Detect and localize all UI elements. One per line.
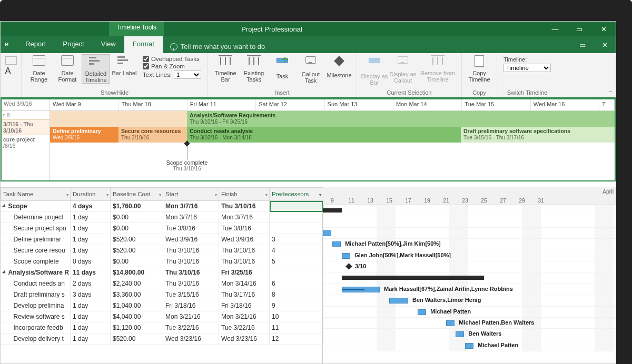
window-minimize-button[interactable]: — [543,22,567,36]
task-bar[interactable] [342,287,380,292]
gantt-row[interactable]: Ben Walters,Limor Henig [323,295,616,306]
task-button[interactable]: Task [268,54,297,79]
table-row[interactable]: Develop delivery t1 day$520.00Wed 3/23/1… [1,333,323,345]
detailed-timeline-button[interactable]: Detailed Timeline [82,54,110,84]
display-as-callout-button: Display as Callout [389,54,417,84]
group-label-copy: Copy [465,89,493,97]
gantt-chart[interactable]: April 91113151719212325272931 Michael Pa… [323,187,616,364]
table-row[interactable]: Analysis/Software R11 days$14,800.00Thu … [1,267,323,278]
table-row[interactable]: Scope4 days$1,760.00Mon 3/7/16Thu 3/10/1… [1,201,323,212]
tab-project[interactable]: Project [54,36,92,53]
table-row[interactable]: Review software s1 day$4,040.00Mon 3/21/… [1,311,323,322]
doc-restore-button[interactable]: ▭ [571,36,594,53]
gantt-bar-label: Michael Patten [478,342,518,348]
milestone-marker-icon[interactable] [345,263,352,270]
overlapped-tasks-checkbox[interactable]: Overlapped Tasks [143,55,201,63]
group-label-switch: Switch Timeline [500,89,554,97]
tell-me-search[interactable]: Tell me what you want to do [163,36,272,53]
summary-bar[interactable] [342,276,484,280]
gantt-row[interactable]: Michael Patten,Ben Walters [323,318,616,329]
font-size-button[interactable]: A [2,66,20,77]
task-bar[interactable] [323,230,331,236]
task-bar[interactable] [456,331,464,337]
timeline-selector[interactable]: Timeline [503,64,551,72]
gantt-row[interactable]: Mark Hassall[67%],Zainal Arifin,Lynne Ro… [323,284,616,295]
table-row[interactable]: Determine project1 day$0.00Mon 3/7/16Mon… [1,212,323,223]
gantt-row[interactable]: Ben Walters [323,329,616,340]
group-label-insert: Insert [211,89,353,97]
gantt-bar-label: Michael Patten,Ben Walters [459,319,534,326]
col-predecessors[interactable]: Predecessors▾ [270,188,323,201]
timeline-left-partial1: r 8 [2,111,50,119]
tab-view[interactable]: View [93,36,124,53]
timeline-block-draft[interactable]: Draft preliminary software specification… [461,127,615,143]
task-grid[interactable]: Task Name▾ Duration▾ Baseline Cost▾ Star… [1,187,323,364]
title-bar: Timeline Tools Project Professional — ▭ … [1,22,616,36]
gantt-row[interactable] [323,272,616,284]
ribbon: A Date Range Date Format Detailed Timeli… [1,53,616,97]
table-row[interactable]: Secure project spo1 day$0.00Tue 3/8/16Tu… [1,223,323,234]
task-bar[interactable] [418,309,426,315]
milestone-button[interactable]: Milestone [325,54,353,78]
gantt-row[interactable]: Michael Patten [323,340,616,351]
timeline-bar-button[interactable]: Timeline Bar [211,54,240,83]
table-row[interactable]: Draft preliminary s3 days$3,360.00Tue 3/… [1,289,323,300]
ribbon-group-insert: Timeline Bar Existing Tasks Task Callout… [208,53,357,97]
doc-close-button[interactable]: ✕ [594,36,616,53]
font-swatch-icon[interactable] [5,56,17,65]
copy-timeline-button[interactable]: Copy Timeline [465,54,493,83]
date-format-button[interactable]: Date Format [53,54,82,83]
lightbulb-icon [170,43,177,50]
task-bar[interactable] [332,241,341,247]
table-row[interactable]: Develop prelimina1 day$1,040.00Fri 3/18/… [1,300,323,311]
gantt-row[interactable]: Glen John[50%],Mark Hassall[50%] [323,250,616,261]
date-range-button[interactable]: Date Range [25,54,53,83]
table-row[interactable]: Scope complete0 days$0.00Thu 3/10/16Thu … [1,256,323,267]
timeline-block-analysis[interactable]: Analysis/Software RequirementsThu 3/10/1… [187,111,615,127]
task-bar[interactable] [342,253,350,259]
gantt-row[interactable] [323,216,616,227]
bar-label-button[interactable]: Bar Label [110,54,139,76]
col-baseline-cost[interactable]: Baseline Cost▾ [111,188,163,201]
window-close-button[interactable]: ✕ [591,22,616,36]
window-restore-button[interactable]: ▭ [567,22,591,36]
existing-tasks-button[interactable]: Existing Tasks [240,54,268,83]
timeline-view[interactable]: Wed 3/9/16 r 8 3/7/16 - Thu 3/10/16 cure… [1,97,616,181]
text-lines-select[interactable]: 1 [174,70,201,79]
task-bar[interactable] [465,343,473,349]
table-row[interactable]: Conduct needs an2 days$2,240.00Thu 3/10/… [1,278,323,289]
gantt-bar-label: 3/10 [355,263,366,269]
timeline-block-secure[interactable]: Secure core resourcesThu 3/10/16 [118,127,187,143]
callout-task-button[interactable]: Callout Task [297,54,325,84]
table-row[interactable]: Incorporate feedb1 day$1,120.00Tue 3/22/… [1,322,323,333]
gantt-row[interactable]: 3/10 [323,261,616,272]
timeline-left-partial2: 3/7/16 - Thu 3/10/16 [3,121,34,134]
group-label-cursel: Current Selection [360,89,458,97]
timeline-block-define[interactable]: Define preliminaryWed 3/9/16 [50,127,118,143]
summary-bar[interactable] [323,208,342,213]
ribbon-tabs: e Report Project View Format Tell me wha… [1,36,616,53]
task-bar[interactable] [389,298,408,304]
col-task-name[interactable]: Task Name▾ [1,188,71,201]
table-row[interactable]: Secure core resou1 day$520.00Thu 3/10/16… [1,245,323,256]
gantt-row[interactable]: Michael Patten [323,307,616,318]
tab-report[interactable]: Report [17,36,54,53]
gantt-row[interactable] [323,205,616,216]
gantt-bar-label: Ben Walters,Limor Henig [412,297,481,303]
table-row[interactable]: Define preliminar1 day$520.00Wed 3/9/16W… [1,234,323,245]
col-duration[interactable]: Duration▾ [71,188,111,201]
gantt-row[interactable] [323,228,616,239]
tab-partial[interactable]: e [5,36,17,53]
task-bar[interactable] [446,320,455,326]
col-finish[interactable]: Finish▾ [219,188,270,201]
timeline-block-conduct[interactable]: Conduct needs analysisThu 3/10/16 - Mon … [187,127,461,143]
timeline-left-pane: Wed 3/9/16 r 8 3/7/16 - Thu 3/10/16 cure… [2,99,50,180]
col-start[interactable]: Start▾ [163,188,219,201]
pan-zoom-checkbox[interactable]: Pan & Zoom [143,63,201,70]
tab-format[interactable]: Format [124,36,163,53]
contextual-tab-label: Timeline Tools [109,22,164,36]
timeline-date-header: Wed Mar 9Thu Mar 10Fri Mar 11Sat Mar 12S… [50,99,615,111]
gantt-row[interactable]: Michael Patten[50%],Jim Kim[50%] [323,239,616,250]
timeline-selector-label: Timeline: [503,56,551,63]
ribbon-collapse-icon[interactable]: ⌃ [608,90,613,96]
